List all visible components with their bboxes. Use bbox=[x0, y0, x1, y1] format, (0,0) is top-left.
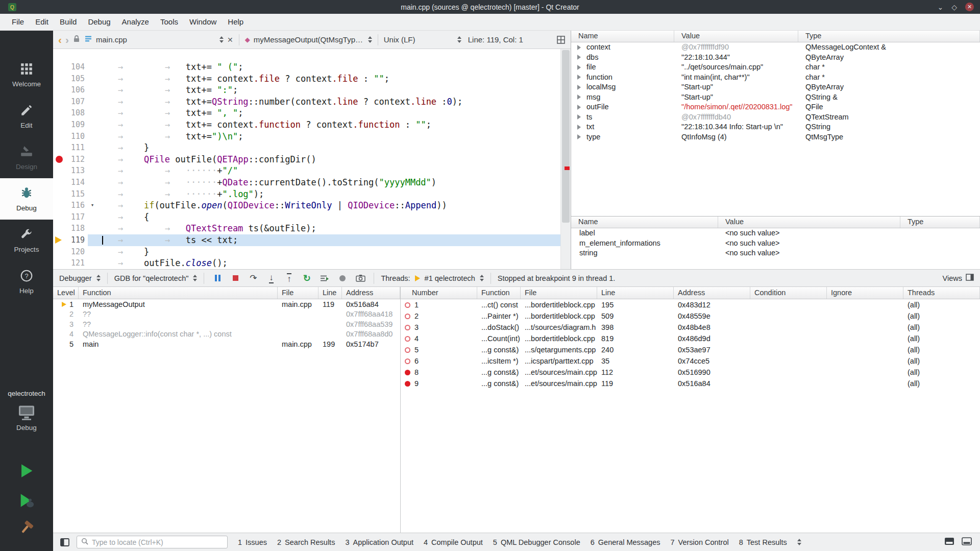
code-text[interactable]: → if(outFile.open(QIODevice::WriteOnly |… bbox=[97, 200, 560, 211]
locator-input[interactable] bbox=[92, 538, 223, 546]
code-text[interactable]: → → ts << txt; bbox=[97, 234, 560, 246]
maximize-icon[interactable]: ◇ bbox=[951, 3, 957, 11]
breakpoint-gutter[interactable] bbox=[53, 84, 65, 96]
expand-icon[interactable] bbox=[577, 114, 581, 119]
breakpoint-row[interactable]: 9...g const&)...et/sources/main.cpp1190x… bbox=[401, 378, 980, 389]
column-value[interactable]: Value bbox=[674, 31, 798, 42]
expand-icon[interactable] bbox=[577, 94, 581, 100]
sidebar-item-debug[interactable]: Debug bbox=[0, 178, 53, 220]
sidebar-item-welcome[interactable]: Welcome bbox=[0, 54, 53, 95]
sidebar-item-edit[interactable]: Edit bbox=[0, 95, 53, 137]
line-number[interactable]: 117 bbox=[65, 211, 88, 223]
menu-analyze[interactable]: Analyze bbox=[116, 14, 155, 30]
watch-row[interactable]: typeQtInfoMsg (4)QtMsgType bbox=[571, 132, 980, 142]
breakpoint-icon[interactable] bbox=[405, 325, 410, 330]
menu-window[interactable]: Window bbox=[184, 14, 222, 30]
column-ignore[interactable]: Ignore bbox=[827, 287, 903, 299]
breakpoint-row[interactable]: 5...g const&)...s/qetarguments.cpp2400x5… bbox=[401, 344, 980, 355]
stop-debugger-icon[interactable] bbox=[229, 272, 242, 284]
menu-tools[interactable]: Tools bbox=[155, 14, 184, 30]
stack-row[interactable]: 2??0x7fff68aa418 bbox=[53, 309, 400, 320]
code-text[interactable]: → → txt+= ", "; bbox=[97, 107, 560, 119]
editor-scrollbar[interactable] bbox=[560, 49, 571, 269]
watch-row[interactable]: function"int main(int, char**)"char * bbox=[571, 73, 980, 83]
column-condition[interactable]: Condition bbox=[750, 287, 827, 299]
code-text[interactable]: → → txt+= " ("; bbox=[97, 61, 560, 73]
breakpoint-icon[interactable] bbox=[405, 381, 410, 387]
fold-marker-icon[interactable]: ▾ bbox=[91, 202, 94, 208]
pane-version-control[interactable]: 7Version Control bbox=[666, 536, 734, 548]
pane-issues[interactable]: 1Issues bbox=[233, 536, 272, 548]
line-number[interactable]: 118 bbox=[65, 223, 88, 234]
line-number[interactable]: 114 bbox=[65, 177, 88, 188]
column-file[interactable]: File bbox=[521, 287, 597, 299]
breakpoint-gutter[interactable] bbox=[53, 107, 65, 119]
toggle-left-sidebar-icon[interactable] bbox=[60, 538, 69, 546]
pane-arrows-icon[interactable] bbox=[797, 539, 801, 545]
pane-qml-debugger-console[interactable]: 5QML Debugger Console bbox=[488, 536, 585, 548]
column-threads[interactable]: Threads bbox=[903, 287, 980, 299]
column-line[interactable]: Line bbox=[318, 287, 342, 299]
breakpoint-gutter[interactable] bbox=[53, 188, 65, 200]
breakpoint-gutter[interactable] bbox=[53, 257, 65, 269]
watch-row[interactable]: outFile"/home/simon/.qet//20200831.log"Q… bbox=[571, 102, 980, 112]
breakpoint-row[interactable]: 1...ct() const...bordertitleblock.cpp195… bbox=[401, 299, 980, 310]
breakpoint-gutter[interactable] bbox=[53, 154, 65, 165]
encoding-dropdown[interactable]: Unix (LF) bbox=[384, 35, 461, 44]
code-text[interactable]: → → ······+"/" bbox=[97, 165, 560, 177]
pane-application-output[interactable]: 3Application Output bbox=[340, 536, 419, 548]
stack-row[interactable]: 4QMessageLogger::info(const char *, ...)… bbox=[53, 329, 400, 340]
pane-general-messages[interactable]: 6General Messages bbox=[585, 536, 666, 548]
line-number[interactable]: 119 bbox=[65, 234, 88, 246]
watch-row[interactable]: txt"22:18:10.344 Info: Start-up \n"QStri… bbox=[571, 122, 980, 132]
restart-icon[interactable]: ↻ bbox=[300, 272, 313, 284]
code-text[interactable]: → → txt+= context.function ? context.fun… bbox=[97, 119, 560, 131]
breakpoint-row[interactable]: 8...g const&)...et/sources/main.cpp1120x… bbox=[401, 367, 980, 378]
menu-file[interactable]: File bbox=[6, 14, 30, 30]
step-into-icon[interactable]: ↓ bbox=[264, 272, 278, 284]
column-file[interactable]: File bbox=[278, 287, 318, 299]
sidebar-item-help[interactable]: ?Help bbox=[0, 261, 53, 302]
line-number[interactable]: 116 bbox=[65, 200, 88, 211]
pane-test-results[interactable]: 8Test Results bbox=[734, 536, 792, 548]
line-number[interactable]: 105 bbox=[65, 73, 88, 85]
stack-row[interactable]: 3??0x7fff68aa539 bbox=[53, 319, 400, 329]
code-text[interactable]: → → ······+".log"); bbox=[97, 188, 560, 200]
column-type[interactable]: Type bbox=[900, 217, 980, 228]
expand-icon[interactable] bbox=[577, 75, 581, 80]
breakpoint-gutter[interactable] bbox=[53, 234, 65, 246]
code-text[interactable]: → → QTextStream ts(&outFile); bbox=[97, 223, 560, 234]
stack-row[interactable]: 1myMessageOutputmain.cpp1190x516a84 bbox=[53, 299, 400, 309]
run-button[interactable] bbox=[18, 462, 35, 480]
thread-value[interactable]: #1 qelectrotech bbox=[425, 274, 475, 282]
build-button[interactable] bbox=[19, 520, 34, 535]
line-number[interactable]: 107 bbox=[65, 96, 88, 108]
column-line[interactable]: Line bbox=[597, 287, 674, 299]
line-number[interactable]: 111 bbox=[65, 142, 88, 154]
code-text[interactable]: → } bbox=[97, 142, 560, 154]
step-out-icon[interactable]: ↑ bbox=[282, 272, 296, 284]
line-number[interactable]: 112 bbox=[65, 154, 88, 165]
pane-search-results[interactable]: 2Search Results bbox=[272, 536, 340, 548]
line-number[interactable]: 120 bbox=[65, 246, 88, 258]
line-number[interactable]: 110 bbox=[65, 131, 88, 142]
line-number[interactable]: 115 bbox=[65, 188, 88, 200]
line-number[interactable]: 104 bbox=[65, 61, 88, 73]
line-number[interactable]: 113 bbox=[65, 165, 88, 177]
column-address[interactable]: Address bbox=[674, 287, 750, 299]
watch-row[interactable]: label<no such value> bbox=[571, 228, 980, 238]
column-value[interactable]: Value bbox=[718, 217, 900, 228]
watch-row[interactable]: file"../qet/sources/main.cpp"char * bbox=[571, 62, 980, 73]
code-text[interactable]: → → txt+=QString::number(context.line ? … bbox=[97, 96, 560, 108]
sidebar-item-projects[interactable]: Projects bbox=[0, 220, 53, 261]
code-text[interactable]: → } bbox=[97, 246, 560, 258]
expand-icon[interactable] bbox=[577, 134, 581, 139]
breakpoint-gutter[interactable] bbox=[53, 119, 65, 131]
split-editor-icon[interactable] bbox=[556, 35, 566, 44]
close-icon[interactable]: ✕ bbox=[965, 3, 974, 11]
shade-icon[interactable]: ⌄ bbox=[937, 3, 943, 11]
forward-icon[interactable]: › bbox=[65, 34, 69, 45]
breakpoint-gutter[interactable] bbox=[53, 61, 65, 73]
breakpoint-icon[interactable] bbox=[405, 370, 410, 375]
step-over-icon[interactable]: ↷ bbox=[247, 272, 260, 284]
